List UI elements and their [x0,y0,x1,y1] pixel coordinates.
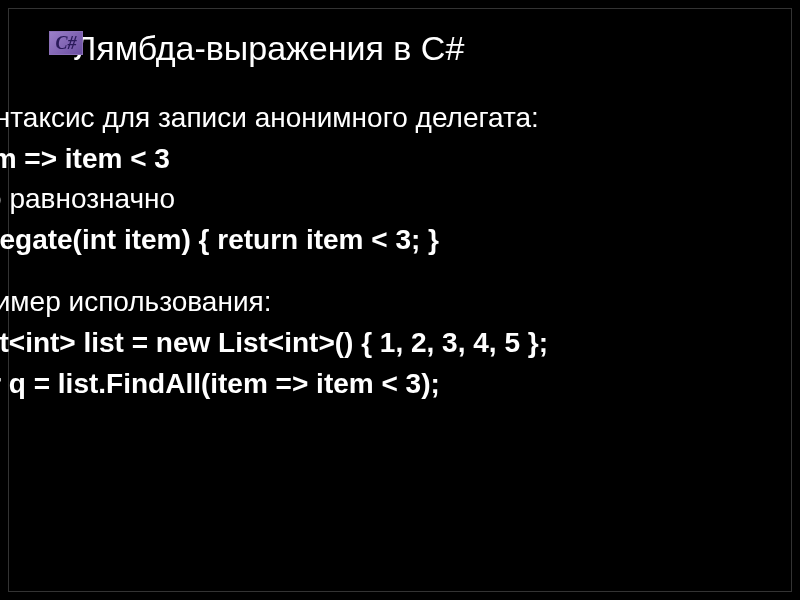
slide-body: Синтаксис для записи анонимного делегата… [0,98,791,404]
code-line: delegate(int item) { return item < 3; } [0,220,791,261]
text-line: Синтаксис для записи анонимного делегата… [0,98,791,139]
text-line: Пример использования: [0,282,791,323]
title-area: C# Лямбда-выражения в C# [9,9,791,98]
spacer [0,260,791,282]
text-line: что равнозначно [0,179,791,220]
code-line: item => item < 3 [0,139,791,180]
slide-title: Лямбда-выражения в C# [74,29,464,68]
slide: C# Лямбда-выражения в C# Синтаксис для з… [8,8,792,592]
code-line: var q = list.FindAll(item => item < 3); [0,364,791,405]
csharp-logo-icon: C# [49,31,83,55]
code-line: List<int> list = new List<int>() { 1, 2,… [0,323,791,364]
